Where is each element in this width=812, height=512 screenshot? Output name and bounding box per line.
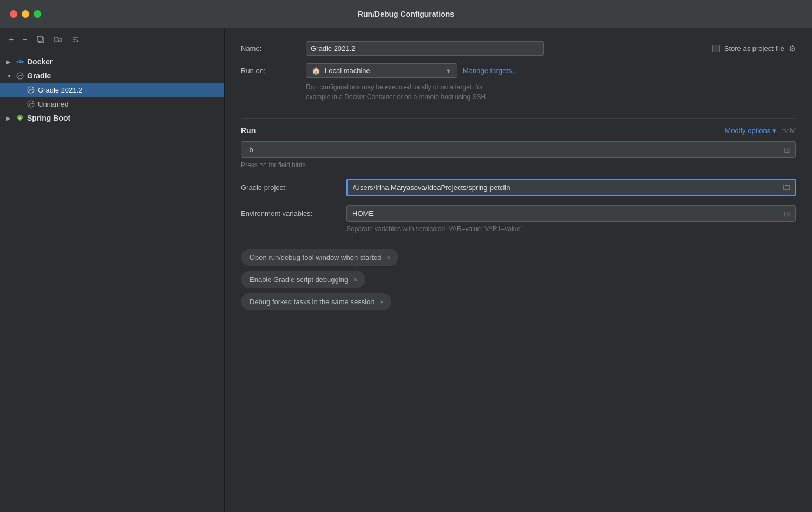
svg-point-9 bbox=[17, 73, 23, 79]
env-variables-row: Environment variables: ⊞ bbox=[241, 205, 796, 222]
svg-point-10 bbox=[21, 75, 23, 76]
name-row: Name: Store as project file ⚙ bbox=[241, 41, 796, 56]
section-divider bbox=[241, 118, 796, 119]
gradle-group-icon bbox=[15, 71, 25, 81]
chips-container: Open run/debug tool window when started … bbox=[241, 249, 796, 310]
sort-button[interactable] bbox=[69, 34, 82, 45]
sidebar-toolbar: + − bbox=[0, 28, 224, 51]
svg-point-11 bbox=[28, 87, 34, 93]
unnamed-icon bbox=[26, 99, 36, 109]
command-input-wrapper: ⊞ bbox=[241, 141, 796, 158]
manage-targets-link[interactable]: Manage targets... bbox=[463, 67, 518, 75]
run-on-row: Run on: 🏠 Local machine ▼ Manage targets… bbox=[241, 63, 796, 78]
store-project-checkbox[interactable] bbox=[712, 45, 720, 52]
home-icon: 🏠 bbox=[312, 67, 320, 75]
sidebar-item-gradle-2021-2[interactable]: ▶ Gradle 2021.2 bbox=[0, 83, 224, 97]
run-on-hint: Run configurations may be executed local… bbox=[306, 82, 796, 102]
field-hint: Press ⌥ for field hints bbox=[241, 161, 796, 169]
env-variables-input[interactable] bbox=[346, 205, 796, 222]
gradle-project-input-wrapper bbox=[346, 179, 796, 196]
sidebar-item-spring-boot[interactable]: ▶ Spring Boot bbox=[0, 111, 224, 125]
chip-gradle-script-debugging: Enable Gradle script debugging × bbox=[241, 271, 365, 288]
main-container: + − bbox=[0, 28, 812, 512]
chip-close-gradle-script-debugging[interactable]: × bbox=[353, 276, 358, 283]
svg-rect-5 bbox=[17, 62, 18, 63]
maximize-button[interactable] bbox=[34, 10, 41, 18]
sidebar-label-gradle-group: Gradle bbox=[27, 71, 51, 80]
modify-options-label: Modify options bbox=[725, 127, 770, 135]
gradle-2021-icon bbox=[26, 85, 36, 95]
run-section-header: Run Modify options ▾ ⌥M bbox=[241, 126, 796, 135]
gradle-project-label: Gradle project: bbox=[241, 183, 341, 192]
svg-rect-6 bbox=[19, 62, 21, 63]
expand-arrow-gradle: ▼ bbox=[6, 73, 13, 79]
gradle-project-row: Gradle project: bbox=[241, 179, 796, 196]
spacer-arrow-2: ▶ bbox=[6, 101, 13, 107]
modify-options-wrapper: Modify options ▾ ⌥M bbox=[725, 127, 796, 135]
sidebar-item-unnamed[interactable]: ▶ Unnamed bbox=[0, 97, 224, 111]
chip-close-open-tool-window[interactable]: × bbox=[387, 254, 391, 261]
env-variables-hint: Separate variables with semicolon: VAR=v… bbox=[346, 225, 796, 233]
svg-rect-1 bbox=[37, 36, 42, 41]
minimize-button[interactable] bbox=[22, 10, 29, 18]
modify-options-shortcut: ⌥M bbox=[782, 127, 796, 135]
run-section-title: Run bbox=[241, 126, 256, 135]
chip-close-debug-forked-tasks[interactable]: × bbox=[380, 298, 384, 305]
gradle-project-input[interactable] bbox=[346, 179, 796, 196]
copy-config-button[interactable] bbox=[34, 34, 47, 45]
spring-boot-icon bbox=[15, 113, 25, 123]
expand-arrow-docker: ▶ bbox=[6, 59, 13, 65]
sidebar-label-unnamed: Unnamed bbox=[38, 100, 68, 108]
modify-options-button[interactable]: Modify options ▾ bbox=[725, 127, 776, 135]
modify-options-chevron: ▾ bbox=[772, 127, 776, 135]
close-button[interactable] bbox=[10, 10, 17, 18]
chip-label-debug-forked-tasks: Debug forked tasks in the same session bbox=[250, 298, 375, 306]
folder-browse-icon[interactable] bbox=[783, 183, 790, 192]
sidebar: + − bbox=[0, 28, 225, 512]
add-config-button[interactable]: + bbox=[6, 34, 16, 45]
run-on-label: Run on: bbox=[241, 67, 300, 75]
svg-point-12 bbox=[32, 89, 34, 90]
chip-open-tool-window: Open run/debug tool window when started … bbox=[241, 249, 398, 266]
title-bar: Run/Debug Configurations bbox=[0, 0, 812, 28]
content-area: Name: Store as project file ⚙ Run on: 🏠 … bbox=[225, 28, 812, 512]
dropdown-arrow-icon: ▼ bbox=[446, 68, 451, 74]
env-expand-icon[interactable]: ⊞ bbox=[784, 209, 790, 218]
name-input[interactable] bbox=[306, 41, 544, 56]
expand-arrow-spring: ▶ bbox=[6, 115, 13, 121]
command-input[interactable] bbox=[241, 141, 796, 158]
chip-debug-forked-tasks: Debug forked tasks in the same session × bbox=[241, 293, 391, 310]
sidebar-label-gradle-2021-2: Gradle 2021.2 bbox=[38, 86, 82, 94]
sidebar-label-spring-boot: Spring Boot bbox=[27, 114, 70, 122]
local-machine-text: Local machine bbox=[325, 67, 370, 75]
sidebar-item-gradle-group[interactable]: ▼ Gradle bbox=[0, 69, 224, 83]
chip-label-open-tool-window: Open run/debug tool window when started bbox=[250, 253, 382, 261]
move-to-folder-button[interactable] bbox=[51, 34, 64, 45]
store-project-label: Store as project file bbox=[724, 44, 784, 52]
env-variables-input-wrapper: ⊞ bbox=[346, 205, 796, 222]
chip-label-gradle-script-debugging: Enable Gradle script debugging bbox=[250, 275, 348, 284]
sidebar-tree: ▶ Docker ▼ bbox=[0, 51, 224, 512]
store-project-wrapper: Store as project file ⚙ bbox=[712, 44, 796, 54]
gear-icon[interactable]: ⚙ bbox=[789, 44, 796, 54]
svg-point-13 bbox=[28, 101, 34, 107]
sidebar-label-docker: Docker bbox=[27, 57, 53, 66]
env-variables-label: Environment variables: bbox=[241, 209, 341, 218]
remove-config-button[interactable]: − bbox=[20, 34, 29, 45]
window-controls bbox=[10, 10, 41, 18]
spacer-arrow-1: ▶ bbox=[6, 87, 13, 93]
field-hint-text: Press ⌥ for field hints bbox=[241, 161, 305, 169]
svg-point-14 bbox=[32, 103, 34, 104]
name-label: Name: bbox=[241, 44, 300, 52]
local-machine-dropdown[interactable]: 🏠 Local machine ▼ bbox=[306, 63, 457, 78]
docker-icon bbox=[15, 57, 25, 67]
expand-input-icon[interactable]: ⊞ bbox=[784, 146, 790, 154]
sidebar-item-docker[interactable]: ▶ Docker bbox=[0, 55, 224, 69]
svg-rect-8 bbox=[21, 62, 23, 63]
window-title: Run/Debug Configurations bbox=[358, 10, 454, 18]
